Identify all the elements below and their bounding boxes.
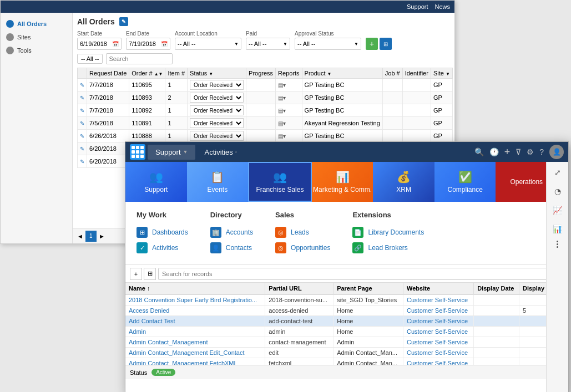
add-icon[interactable]: + xyxy=(504,146,511,158)
rec-name[interactable]: Admin Contact_Management Edit_Contact xyxy=(125,348,265,358)
row-edit[interactable]: ✎ xyxy=(78,104,87,117)
search-button[interactable]: + xyxy=(366,38,378,50)
page-1-button[interactable]: 1 xyxy=(85,231,97,242)
col-identifier[interactable]: Identifier xyxy=(402,68,431,79)
chart-line-icon[interactable]: 📈 xyxy=(550,203,565,217)
col-product[interactable]: Product ▼ xyxy=(302,68,382,79)
tile-franchise[interactable]: 👥 Franchise Sales xyxy=(248,162,312,202)
row-edit[interactable]: ✎ xyxy=(78,130,87,142)
records-table-row[interactable]: Add Contact Test add-contact-test Home C… xyxy=(125,316,568,327)
tab-activities[interactable]: Activities › xyxy=(196,145,244,160)
col-request-date[interactable]: Request Date xyxy=(87,68,129,79)
nav-lead-brokers[interactable]: 🔗 Lead Brokers xyxy=(352,240,424,256)
rec-url: add-contact-test xyxy=(265,316,333,327)
rec-website[interactable]: Customer Self-Service xyxy=(403,316,474,327)
col-partial-url[interactable]: Partial URL xyxy=(265,283,333,294)
all-filter-label[interactable]: -- All -- xyxy=(77,54,103,64)
export-button[interactable]: ⊞ xyxy=(380,38,392,50)
col-order[interactable]: Order # ▲▼ xyxy=(129,68,165,79)
rec-name[interactable]: 2018 Convention Super Early Bird Registr… xyxy=(125,294,265,306)
records-table-row[interactable]: Access Denied access-denied Home Custome… xyxy=(125,306,568,316)
user-avatar[interactable]: 👤 xyxy=(549,145,564,159)
nav-library-documents[interactable]: 📄 Library Documents xyxy=(352,225,424,240)
tile-support[interactable]: 👥 Support xyxy=(125,162,187,202)
rec-name[interactable]: Add Contact Test xyxy=(125,316,265,327)
col-name[interactable]: Name ↑ xyxy=(125,283,265,294)
news-link[interactable]: News xyxy=(434,3,450,10)
row-order: 110892 xyxy=(129,104,165,117)
tile-events[interactable]: 📋 Events xyxy=(187,162,249,202)
col-job[interactable]: Job # xyxy=(382,68,402,79)
chart-bar-icon[interactable]: 📊 xyxy=(550,222,565,236)
nav-accounts[interactable]: 🏢 Accounts xyxy=(210,225,253,240)
row-status[interactable]: Order Received xyxy=(188,130,246,142)
rec-website[interactable]: Customer Self-Service xyxy=(403,294,474,306)
tile-marketing[interactable]: 📊 Marketing & Comm. xyxy=(312,162,373,202)
help-icon[interactable]: ? xyxy=(539,147,544,156)
nav-activities[interactable]: ✓ Activities xyxy=(137,240,188,256)
row-edit[interactable]: ✎ xyxy=(78,117,87,130)
col-item[interactable]: Item # xyxy=(165,68,188,79)
row-job xyxy=(382,79,402,91)
records-table-row[interactable]: 2018 Convention Super Early Bird Registr… xyxy=(125,294,568,306)
row-product: Akeyant Regression Testing xyxy=(302,117,382,130)
nav-leads[interactable]: ◎ Leads xyxy=(275,225,330,240)
col-site[interactable]: Site ▼ xyxy=(431,68,452,79)
nav-dashboards[interactable]: ⊞ Dashboards xyxy=(137,225,188,240)
search-input[interactable] xyxy=(106,53,173,64)
col-reports[interactable]: Reports xyxy=(276,68,302,79)
support-link[interactable]: Support xyxy=(407,3,428,10)
rec-name[interactable]: Access Denied xyxy=(125,306,265,316)
grid-view-button[interactable]: ⊞ xyxy=(144,268,156,280)
expand-icon[interactable]: ⤢ xyxy=(550,165,565,180)
edit-icon[interactable]: ✎ xyxy=(119,17,128,26)
row-status[interactable]: Order Received xyxy=(188,117,246,130)
col-status[interactable]: Status ▼ xyxy=(188,68,246,79)
tile-compliance[interactable]: ✅ Compliance xyxy=(434,162,496,202)
search-icon[interactable]: 🔍 xyxy=(474,147,484,156)
add-record-button[interactable]: + xyxy=(130,268,142,280)
col-progress[interactable]: Progress xyxy=(246,68,276,79)
rec-website[interactable]: Customer Self-Service xyxy=(403,337,474,348)
prev-page-icon[interactable]: ◄ xyxy=(77,233,83,240)
col-website[interactable]: Website xyxy=(403,283,474,294)
settings-icon[interactable]: ⚙ xyxy=(527,147,534,156)
start-date-input[interactable]: 6/19/2018 📅 xyxy=(77,38,122,50)
row-edit[interactable]: ✎ xyxy=(78,155,87,168)
filter-icon[interactable]: ⊽ xyxy=(516,147,521,156)
records-search-input[interactable] xyxy=(158,268,549,280)
col-parent-page[interactable]: Parent Page xyxy=(333,283,403,294)
chart-pie-icon[interactable]: ◔ xyxy=(550,184,565,198)
sidebar-item-tools[interactable]: Tools xyxy=(1,44,72,57)
approval-status-select[interactable]: -- All -- ▼ xyxy=(295,38,361,50)
row-status[interactable]: Order Received xyxy=(188,104,246,117)
row-edit[interactable]: ✎ xyxy=(78,142,87,155)
end-date-input[interactable]: 7/19/2018 📅 xyxy=(126,38,170,50)
rec-name[interactable]: Admin xyxy=(125,327,265,337)
records-table-row[interactable]: Admin Contact_Management contact-managem… xyxy=(125,337,568,348)
tab-support[interactable]: Support ▼ xyxy=(148,145,195,160)
col-display-date[interactable]: Display Date xyxy=(474,283,519,294)
nav-contacts[interactable]: 👤 Contacts xyxy=(210,240,253,256)
row-status[interactable]: Order Received xyxy=(188,79,246,91)
row-status[interactable]: Order Received xyxy=(188,91,246,104)
rec-name[interactable]: Admin Contact_Management xyxy=(125,337,265,348)
sidebar-item-sites[interactable]: Sites xyxy=(1,30,72,44)
nav-opportunities[interactable]: ◎ Opportunities xyxy=(275,240,330,256)
row-edit[interactable]: ✎ xyxy=(78,91,87,104)
more-options[interactable] xyxy=(557,241,558,248)
crm-grid-icon[interactable] xyxy=(130,144,145,160)
page-title-bar: All Orders ✎ xyxy=(77,17,450,26)
rec-website[interactable]: Customer Self-Service xyxy=(403,348,474,358)
account-location-select[interactable]: -- All -- ▼ xyxy=(175,38,241,50)
history-icon[interactable]: 🕐 xyxy=(489,147,499,156)
records-table-row[interactable]: Admin admin Home Customer Self-Service xyxy=(125,327,568,337)
row-edit[interactable]: ✎ xyxy=(78,79,87,91)
sidebar-item-all-orders[interactable]: All Orders xyxy=(1,17,72,30)
tile-xrm[interactable]: 💰 XRM xyxy=(373,162,434,202)
records-table-row[interactable]: Admin Contact_Management Edit_Contact ed… xyxy=(125,348,568,358)
rec-website[interactable]: Customer Self-Service xyxy=(403,327,474,337)
rec-website[interactable]: Customer Self-Service xyxy=(403,306,474,316)
next-page-icon[interactable]: ► xyxy=(99,233,105,240)
paid-select[interactable]: -- All -- ▼ xyxy=(246,38,290,50)
